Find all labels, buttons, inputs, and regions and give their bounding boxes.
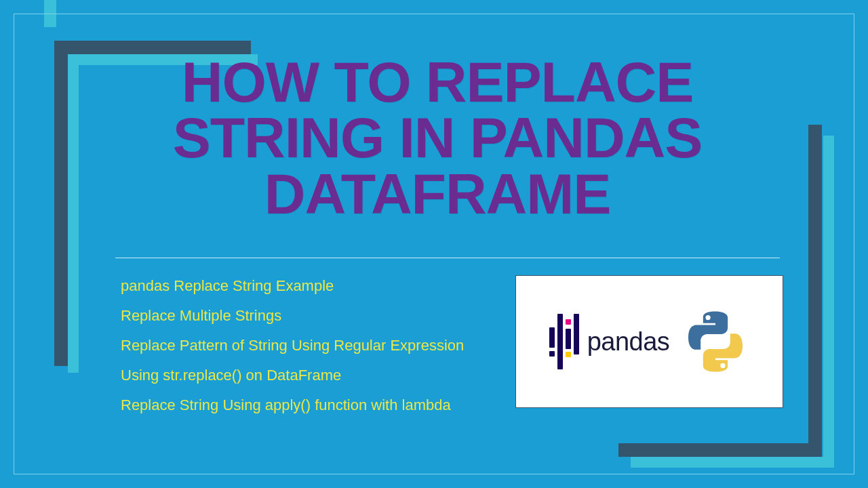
bullet-item: Using str.replace() on DataFrame	[121, 361, 464, 390]
bullet-item: Replace Multiple Strings	[121, 301, 464, 331]
bracket-bottom-right-cyan	[823, 136, 834, 468]
bullet-list: pandas Replace String Example Replace Mu…	[121, 271, 464, 420]
pandas-wordmark: pandas	[587, 327, 670, 357]
slide-title: HOW TO REPLACE STRING IN PANDAS DATAFRAM…	[95, 54, 780, 222]
pandas-bars-icon	[549, 314, 578, 369]
bullet-item: pandas Replace String Example	[121, 271, 464, 301]
bracket-bottom-right-dark	[808, 125, 822, 457]
bracket-top-left-cyan	[68, 54, 79, 373]
bullet-item: Replace Pattern of String Using Regular …	[121, 331, 464, 361]
title-divider	[115, 258, 780, 258]
pandas-logo: pandas	[549, 314, 670, 369]
bracket-bottom-right-dark	[618, 443, 822, 457]
python-icon	[682, 308, 749, 375]
bullet-item: Replace String Using apply() function wi…	[121, 390, 464, 420]
logo-panel: pandas	[515, 275, 783, 408]
bracket-top-left-dark	[54, 41, 68, 366]
bracket-bottom-right-cyan	[631, 457, 834, 468]
